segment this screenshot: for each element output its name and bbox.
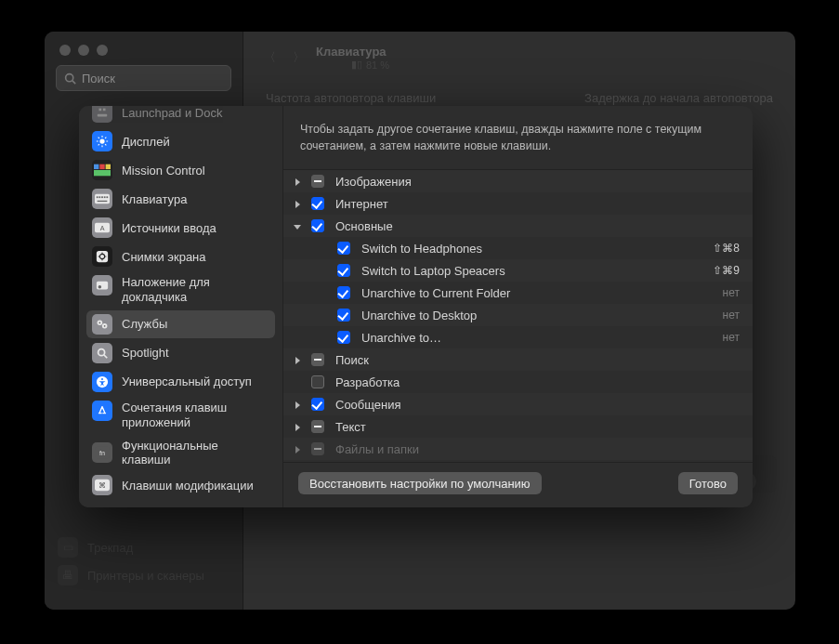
disclosure-triangle-icon[interactable] bbox=[283, 353, 308, 367]
disclosure-triangle-icon[interactable] bbox=[283, 219, 308, 233]
category-label: Наложение для докладчика bbox=[122, 275, 269, 306]
minimize-dot[interactable] bbox=[78, 45, 89, 56]
service-item-row[interactable]: Switch to Laptop Speacers⇧⌘9 bbox=[283, 259, 753, 282]
svg-text:fn: fn bbox=[99, 450, 105, 457]
shortcut-category-item[interactable]: Mission Control bbox=[86, 156, 275, 184]
row-label: Сообщения bbox=[328, 398, 740, 412]
enable-checkbox[interactable] bbox=[308, 420, 328, 433]
category-label: Mission Control bbox=[122, 164, 205, 177]
enable-checkbox[interactable] bbox=[334, 242, 354, 255]
brightness-icon bbox=[92, 131, 112, 151]
service-group-row[interactable]: Интернет bbox=[283, 192, 753, 215]
nav-forward-icon[interactable]: 〉 bbox=[293, 49, 305, 66]
category-label: Службы bbox=[122, 317, 167, 331]
close-dot[interactable] bbox=[59, 45, 71, 56]
category-label: Функциональные клавиши bbox=[122, 439, 269, 467]
enable-checkbox[interactable] bbox=[308, 197, 328, 210]
category-label: Дисплей bbox=[122, 135, 170, 149]
enable-checkbox[interactable] bbox=[308, 442, 328, 455]
svg-rect-24 bbox=[106, 196, 108, 198]
disclosure-triangle-icon[interactable] bbox=[283, 442, 308, 456]
svg-point-34 bbox=[98, 285, 102, 289]
spotlight-icon bbox=[92, 343, 112, 363]
svg-point-38 bbox=[104, 324, 106, 326]
enable-checkbox[interactable] bbox=[334, 309, 354, 322]
shortcut-value[interactable]: ⇧⌘8 bbox=[713, 242, 740, 255]
nav-back-icon[interactable]: 〈 bbox=[264, 49, 276, 66]
disclosure-triangle-icon[interactable] bbox=[283, 398, 308, 412]
search-input[interactable]: Поиск bbox=[56, 65, 231, 91]
service-item-row[interactable]: Unarchive to…нет bbox=[283, 326, 753, 348]
shortcut-category-item[interactable]: Launchpad и Dock bbox=[86, 106, 275, 126]
shortcut-category-item[interactable]: ⌘Клавиши модификации bbox=[86, 471, 275, 499]
svg-line-10 bbox=[98, 138, 99, 138]
zoom-dot[interactable] bbox=[97, 45, 108, 56]
enable-checkbox[interactable] bbox=[308, 219, 328, 232]
shortcut-category-item[interactable]: fnФункциональные клавиши bbox=[86, 435, 275, 470]
svg-line-1 bbox=[72, 80, 75, 83]
svg-line-13 bbox=[105, 138, 106, 138]
sidebar-item[interactable]: 🖶 Принтеры и сканеры bbox=[52, 561, 235, 589]
service-group-row[interactable]: Файлы и папки bbox=[283, 438, 753, 460]
shortcut-value[interactable]: нет bbox=[723, 309, 740, 322]
service-item-row[interactable]: Unarchive to Current Folderнет bbox=[283, 282, 753, 304]
svg-rect-14 bbox=[94, 164, 98, 169]
service-group-row[interactable]: Текст bbox=[283, 415, 753, 438]
disclosure-triangle-icon[interactable] bbox=[283, 420, 308, 434]
services-tree[interactable]: ИзображенияИнтернетОсновные Switch to He… bbox=[283, 170, 753, 462]
service-group-row[interactable]: Изображения bbox=[283, 170, 753, 192]
category-label: Клавиатура bbox=[122, 192, 187, 206]
svg-rect-19 bbox=[98, 201, 108, 202]
svg-rect-4 bbox=[103, 109, 106, 112]
service-item-row[interactable]: Unarchive to Desktopнет bbox=[283, 304, 753, 326]
shortcut-category-item[interactable]: Снимки экрана bbox=[86, 243, 275, 270]
search-icon bbox=[64, 72, 76, 85]
service-group-row[interactable]: Поиск bbox=[283, 348, 753, 371]
shortcut-value[interactable]: ⇧⌘9 bbox=[713, 264, 740, 277]
enable-checkbox[interactable] bbox=[334, 264, 354, 277]
printer-icon: 🖶 bbox=[58, 565, 78, 585]
svg-rect-33 bbox=[97, 282, 108, 290]
shortcut-category-item[interactable]: Дисплей bbox=[86, 127, 275, 155]
shortcut-category-item[interactable]: Spotlight bbox=[86, 339, 275, 367]
sidebar-item[interactable]: ▭ Трекпад bbox=[52, 533, 235, 561]
svg-rect-21 bbox=[98, 196, 100, 198]
disclosure-triangle-icon[interactable] bbox=[283, 197, 308, 211]
disclosure-triangle-icon[interactable] bbox=[283, 175, 308, 189]
slider-label-left: Частота автоповтора клавиши bbox=[266, 91, 436, 105]
category-label: Launchpad и Dock bbox=[122, 106, 222, 120]
row-label: Switch to Laptop Speacers bbox=[354, 264, 713, 278]
svg-point-37 bbox=[99, 322, 101, 323]
row-label: Основные bbox=[328, 219, 740, 233]
enable-checkbox[interactable] bbox=[334, 286, 354, 299]
restore-defaults-button[interactable]: Восстановить настройки по умолчанию bbox=[298, 472, 542, 494]
svg-rect-15 bbox=[99, 164, 104, 169]
service-group-row[interactable]: Разработка bbox=[283, 371, 753, 393]
enable-checkbox[interactable] bbox=[308, 398, 328, 411]
enable-checkbox[interactable] bbox=[308, 353, 328, 366]
svg-rect-16 bbox=[106, 164, 111, 169]
service-group-row[interactable]: Основные bbox=[283, 215, 753, 237]
enable-checkbox[interactable] bbox=[308, 375, 328, 388]
service-item-row[interactable]: Switch to Headphones⇧⌘8 bbox=[283, 237, 753, 259]
row-label: Unarchive to Current Folder bbox=[354, 286, 723, 300]
enable-checkbox[interactable] bbox=[308, 175, 328, 188]
shortcut-category-item[interactable]: AИсточники ввода bbox=[86, 214, 275, 242]
shortcut-category-item[interactable]: Наложение для докладчика bbox=[86, 271, 275, 309]
shortcut-category-item[interactable]: Универсальный доступ bbox=[86, 368, 275, 396]
svg-point-0 bbox=[66, 73, 73, 81]
row-label: Unarchive to… bbox=[354, 331, 723, 345]
shortcut-value[interactable]: нет bbox=[723, 331, 740, 344]
enable-checkbox[interactable] bbox=[334, 331, 354, 344]
access-icon bbox=[92, 372, 112, 392]
done-button[interactable]: Готово bbox=[678, 472, 738, 494]
shortcut-category-item[interactable]: Службы bbox=[86, 310, 275, 338]
service-group-row[interactable]: Сообщения bbox=[283, 393, 753, 415]
category-label: Снимки экрана bbox=[122, 250, 206, 264]
svg-point-5 bbox=[99, 138, 104, 143]
shortcut-category-item[interactable]: Клавиатура bbox=[86, 185, 275, 213]
shortcut-category-item[interactable]: Сочетания клавиш приложений bbox=[86, 397, 275, 435]
row-label: Switch to Headphones bbox=[354, 242, 713, 256]
shortcut-value[interactable]: нет bbox=[723, 286, 740, 299]
svg-rect-23 bbox=[104, 196, 106, 198]
